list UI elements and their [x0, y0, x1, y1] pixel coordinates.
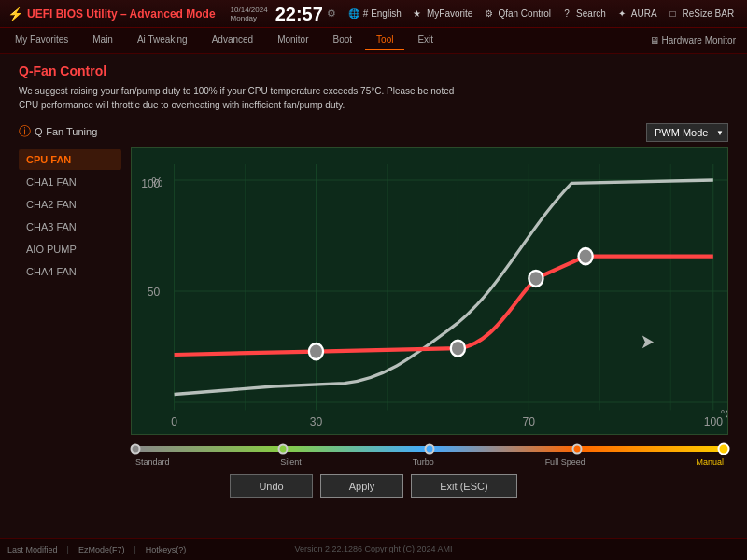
date-display: 10/14/2024 Monday: [231, 6, 268, 22]
last-modified-label: Last Modified: [7, 545, 58, 554]
status-bar: Last Modified | EzMode(F7) | Hotkeys(?) …: [0, 538, 747, 560]
topbar-search[interactable]: ? Search: [560, 7, 606, 21]
ezmode-label[interactable]: EzMode(F7): [78, 545, 125, 554]
version-text: Version 2.22.1286 Copyright (C) 2024 AMI: [294, 538, 452, 560]
topbar-english[interactable]: 🌐 # English: [347, 7, 402, 21]
monitor-icon: 🖥: [650, 35, 659, 46]
fan-list: CPU FAN CHA1 FAN CHA2 FAN CHA3 FAN AIO P…: [19, 149, 121, 282]
hw-monitor-tab[interactable]: 🖥 Hardware Monitor: [642, 32, 743, 49]
preset-standard-dot[interactable]: [131, 444, 141, 455]
fan-item-cha1[interactable]: CHA1 FAN: [19, 172, 121, 192]
tab-advanced[interactable]: Advanced: [201, 31, 264, 50]
svg-text:70: 70: [523, 414, 536, 429]
tab-monitor[interactable]: Monitor: [266, 31, 319, 50]
preset-manual-dot[interactable]: [718, 443, 730, 455]
fan-curve-chart: % 100 50 0 30 70 100 °C: [132, 148, 727, 434]
tab-exit[interactable]: Exit: [406, 31, 444, 50]
settings-icon[interactable]: ⚙: [327, 7, 336, 20]
pwm-mode-select[interactable]: PWM Mode DC Mode Auto: [646, 123, 728, 142]
section-title: Q-Fan Control: [19, 63, 728, 78]
presets-track: [135, 446, 724, 452]
tab-ai-tweaking[interactable]: Ai Tweaking: [126, 31, 199, 50]
tab-main[interactable]: Main: [81, 31, 124, 50]
tab-boot[interactable]: Boot: [322, 31, 364, 50]
sidebar-header: ⓘ Q-Fan Tuning: [19, 123, 121, 140]
svg-text:30: 30: [310, 414, 323, 429]
exit-button[interactable]: Exit (ESC): [411, 474, 516, 498]
resize-icon: □: [667, 7, 680, 21]
preset-label-manual: Manual: [696, 457, 724, 467]
fan-sidebar: ⓘ Q-Fan Tuning CPU FAN CHA1 FAN CHA2 FAN…: [19, 123, 121, 467]
fan-item-cha3[interactable]: CHA3 FAN: [19, 217, 121, 237]
rog-logo: ⚡: [7, 7, 23, 21]
preset-silent-dot[interactable]: [277, 444, 288, 455]
apply-button[interactable]: Apply: [320, 474, 404, 498]
preset-labels: Standard Silent Turbo Full Speed Manual: [135, 457, 724, 467]
control-point-2[interactable]: [451, 341, 465, 357]
preset-label-fullspeed: Full Speed: [545, 457, 585, 467]
action-buttons: Undo Apply Exit (ESC): [19, 467, 728, 502]
fan-item-cha4[interactable]: CHA4 FAN: [19, 261, 121, 282]
topbar-aura[interactable]: ✦ AURA: [615, 7, 657, 21]
preset-label-silent: Silent: [280, 457, 302, 467]
svg-text:100: 100: [141, 176, 160, 191]
undo-button[interactable]: Undo: [230, 474, 312, 498]
svg-text:50: 50: [148, 284, 161, 299]
fan-item-cha2[interactable]: CHA2 FAN: [19, 194, 121, 215]
tab-myfavorites[interactable]: My Favorites: [4, 31, 79, 50]
qfan-icon: ⚙: [482, 7, 495, 21]
control-point-3[interactable]: [529, 271, 543, 287]
topbar-resizebar[interactable]: □ ReSize BAR: [667, 7, 735, 21]
top-bar: ⚡ UEFI BIOS Utility – Advanced Mode 10/1…: [0, 0, 747, 28]
preset-label-standard: Standard: [135, 457, 170, 467]
content-area: ⓘ Q-Fan Tuning CPU FAN CHA1 FAN CHA2 FAN…: [19, 123, 728, 467]
main-content: Q-Fan Control We suggest raising your fa…: [0, 54, 747, 511]
presets-container: Standard Silent Turbo Full Speed Manual: [131, 446, 728, 467]
control-point-1[interactable]: [309, 343, 323, 359]
time-display: 22:57: [275, 5, 323, 23]
fan-item-cpu[interactable]: CPU FAN: [19, 149, 121, 170]
star-icon: ★: [411, 7, 424, 21]
qfan-tuning-icon: ⓘ: [19, 123, 31, 140]
chart-container: % 100 50 0 30 70 100 °C: [131, 147, 728, 435]
control-point-4[interactable]: [579, 248, 593, 264]
preset-label-turbo: Turbo: [413, 457, 434, 467]
search-help-icon: ?: [560, 7, 573, 21]
nav-bar: My Favorites Main Ai Tweaking Advanced M…: [0, 28, 747, 54]
svg-text:°C: °C: [720, 406, 727, 421]
section-warning: We suggest raising your fan/pump duty to…: [19, 84, 728, 112]
topbar-items: 🌐 # English ★ MyFavorite ⚙ Qfan Control …: [347, 7, 747, 21]
pwm-mode-wrapper[interactable]: PWM Mode DC Mode Auto: [646, 123, 728, 142]
memtest-icon: ≡: [743, 7, 747, 21]
tab-tool[interactable]: Tool: [365, 31, 404, 50]
fan-item-aio[interactable]: AIO PUMP: [19, 239, 121, 259]
app-title: UEFI BIOS Utility – Advanced Mode: [27, 7, 216, 21]
topbar-memtest[interactable]: ≡ MemTest86: [743, 7, 747, 21]
aura-icon: ✦: [615, 7, 628, 21]
globe-icon: 🌐: [347, 7, 360, 21]
preset-turbo-dot[interactable]: [425, 444, 435, 455]
chart-section: PWM Mode DC Mode Auto: [131, 123, 728, 467]
hotkeys-label[interactable]: Hotkeys(?): [146, 545, 187, 554]
preset-fullspeed-dot[interactable]: [571, 444, 582, 455]
topbar-myfavorite[interactable]: ★ MyFavorite: [411, 7, 472, 21]
chart-top-bar: PWM Mode DC Mode Auto: [131, 123, 728, 142]
topbar-qfan[interactable]: ⚙ Qfan Control: [482, 7, 551, 21]
svg-text:0: 0: [171, 414, 177, 429]
